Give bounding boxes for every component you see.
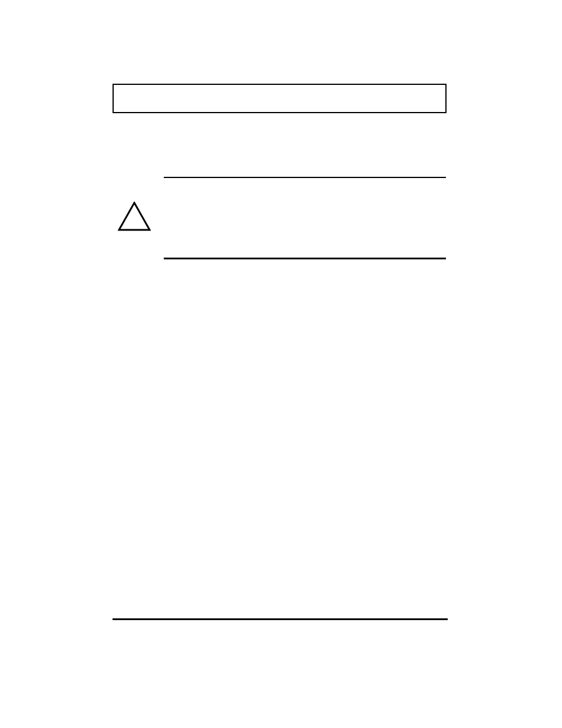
horizontal-rule-2 — [164, 258, 446, 259]
svg-marker-0 — [119, 203, 150, 230]
horizontal-rule-1 — [164, 177, 446, 178]
boxed-region — [113, 84, 447, 113]
horizontal-rule-3 — [113, 618, 448, 620]
document-page — [0, 0, 562, 728]
caution-triangle-icon — [118, 202, 151, 231]
